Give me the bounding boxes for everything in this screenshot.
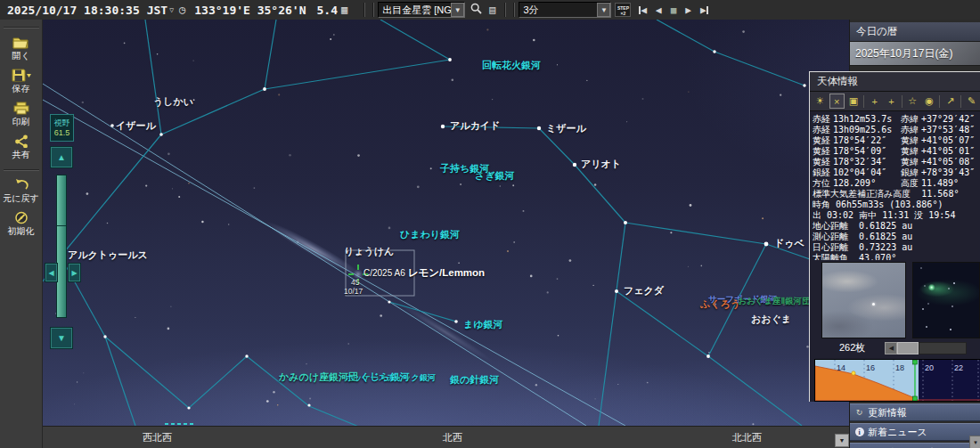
sky-object-label[interactable]: おおぐま [751, 313, 791, 326]
zoom-out-button[interactable]: ▼ [50, 327, 73, 349]
skip-end-button[interactable]: ▶ [700, 4, 708, 16]
info-circle-icon: i [854, 428, 864, 437]
object-info-header[interactable]: 天体情報 [810, 72, 980, 92]
skip-start-button[interactable]: ◀ [639, 4, 647, 16]
step-multiplier: ×2 [616, 11, 630, 16]
sky-object-label[interactable]: 子持ち銀河 [440, 162, 489, 175]
svg-text:14: 14 [837, 363, 845, 372]
pointer-icon[interactable]: ↗ [943, 94, 958, 109]
clock-icon[interactable]: ◷ [179, 4, 185, 16]
object-info-title: 天体情報 [817, 75, 858, 88]
sky-object-label[interactable]: 回転花火銀河 [482, 59, 541, 72]
undo-button[interactable]: 元に戻す [3, 178, 38, 205]
save-label: 保存 [12, 83, 30, 95]
scroll-thumb[interactable] [897, 342, 919, 354]
search-icon[interactable] [470, 3, 482, 17]
coordinate-rows: 赤経13h12m53.7s赤緯+37°29′42″赤経13h09m25.6s赤緯… [810, 111, 980, 189]
catalog-icon[interactable]: ▣ [846, 94, 862, 109]
coordinate-row: 赤経13h12m53.7s赤緯+37°29′42″ [813, 114, 977, 125]
photo-thumbnail-clouds[interactable] [821, 262, 906, 338]
sky-object-label[interactable]: りょうけん [344, 245, 394, 258]
print-label: 印刷 [12, 116, 30, 128]
left-sidebar: 開く 保存 印刷 共有 元に戻す [0, 20, 43, 448]
play-forward-button[interactable]: ▶ [685, 4, 691, 16]
open-button[interactable]: 開く [12, 36, 29, 62]
panel-row-update-info[interactable]: ↻更新情報 [850, 403, 980, 421]
toolbar-separator [960, 95, 961, 108]
sky-object-label[interactable]: ドゥベ [774, 237, 804, 250]
sky-object-label[interactable]: イザール [116, 119, 156, 133]
pan-left-button[interactable]: ◀ [45, 263, 58, 282]
sky-object-label[interactable]: アルカイド [450, 119, 500, 133]
sky-object-label[interactable]: ミザール [546, 122, 586, 135]
object-combo-dropdown[interactable]: ▼ [451, 3, 464, 17]
magnitude-limit[interactable]: 5.4 [317, 4, 338, 17]
share-button[interactable]: 共有 [12, 134, 30, 161]
scroll-corner-button[interactable]: ▾ [969, 436, 980, 448]
sky-object-label[interactable]: まゆ銀河 [463, 318, 503, 331]
time-step-dropdown[interactable]: ▼ [597, 3, 610, 17]
horizon-strip: 西北西北西北北西 [43, 426, 849, 448]
toolbar-separator [363, 3, 365, 17]
save-button[interactable]: 保存 [12, 69, 31, 95]
sky-object-label[interactable]: アルクトゥールス [68, 248, 148, 262]
sky-object-label[interactable]: ふくろう [700, 297, 740, 311]
svg-text:20: 20 [925, 363, 934, 372]
scroll-track[interactable] [919, 342, 967, 354]
sun-icon[interactable]: ☀ [813, 94, 828, 109]
crosshair-lock-icon[interactable]: + [884, 94, 899, 109]
panel-row-custom-control[interactable]: ▦カスタムコントロール [850, 443, 980, 448]
reset-button[interactable]: 初期化 [8, 211, 35, 238]
time-step-combo[interactable]: 3分 ▼ [519, 2, 611, 18]
sky-object-label[interactable]: フェクダ [624, 284, 664, 297]
today-date-text: 2025年10月17日(金) [855, 46, 952, 61]
stop-button[interactable]: ■ [671, 4, 677, 16]
photo-scrollbar[interactable]: ◀ [885, 342, 967, 354]
list-view-icon[interactable]: ▤ [489, 4, 495, 16]
zoom-slider-track[interactable] [56, 175, 67, 318]
today-date[interactable]: 2025年10月17日(金) [850, 42, 980, 66]
sky-object-label[interactable]: 銀の針銀河 [450, 373, 499, 387]
keypad-icon[interactable]: ▦ [341, 4, 347, 16]
step-multiplier-button[interactable]: STEP ×2 [615, 3, 631, 17]
print-icon [13, 102, 29, 115]
print-button[interactable]: 印刷 [12, 102, 30, 128]
undo-label: 元に戻す [3, 192, 38, 205]
planetarium-app: 2025/10/17 18:30:35 JST ▽ ◷ 133°19'E 35°… [0, 0, 980, 448]
timezone-dropdown-icon[interactable]: ▽ [169, 6, 174, 14]
panel-row-news[interactable]: i新着ニュース [850, 423, 980, 441]
crosshair-icon[interactable]: + [867, 94, 882, 109]
compass-direction-label: 西北西 [143, 431, 172, 444]
pan-right-button[interactable]: ▶ [68, 263, 81, 282]
photo-thumbnail-comet[interactable] [912, 262, 980, 338]
detail-rows: 標準大気差補正済み高度 11.568° 時角 06h55m33s (103.88… [810, 189, 980, 260]
timezone-display[interactable]: JST [147, 4, 167, 17]
pencil-icon[interactable]: ✎ [964, 94, 979, 109]
coordinate-row: 黄経178°32′34″黄緯+41°05′08″ [813, 157, 977, 167]
star-hide-icon[interactable]: ☆ [905, 94, 920, 109]
open-label: 開く [12, 50, 29, 62]
top-toolbar: 2025/10/17 18:30:35 JST ▽ ◷ 133°19'E 35°… [0, 0, 980, 20]
object-search-combo[interactable]: 出目金星雲 [NG ▼ [378, 2, 465, 18]
datetime-display[interactable]: 2025/10/17 18:30:35 [7, 4, 140, 17]
comet-label[interactable]: C/2025 A6レモン/Lemmon [363, 264, 485, 280]
sky-object-label[interactable]: アリオト [581, 158, 621, 171]
altitude-timeline[interactable]: 14161820220 [814, 359, 980, 402]
comet-path-date-tick: 45 [351, 278, 359, 287]
sky-object-label[interactable]: おおぐま座Ⅱ銀河団 [738, 296, 811, 307]
compass-direction-label: 北北西 [732, 431, 762, 444]
scroll-left-button[interactable]: ◀ [885, 342, 897, 354]
photo-thumbnails [810, 260, 980, 340]
step-back-button[interactable]: ◀ [656, 4, 662, 16]
zoom-in-button[interactable]: ▲ [50, 146, 73, 168]
globe-icon[interactable]: ◉ [922, 94, 937, 109]
panel-collapse-button[interactable]: ▼ [835, 434, 849, 447]
location-display[interactable]: 133°19'E 35°26'N [194, 4, 306, 17]
sky-object-label[interactable]: ひまわり銀河 [400, 228, 460, 241]
comet-designation: C/2025 A6 [363, 268, 405, 278]
sky-object-label[interactable]: くじら銀河 [360, 371, 410, 384]
deselect-icon[interactable]: × [829, 94, 845, 109]
sky-object-label[interactable]: うしかい [153, 95, 193, 109]
today-panel-header[interactable]: 今日の暦 [850, 22, 980, 42]
coordinate-row: 黄経178°54′09″黄緯+41°05′01″ [813, 146, 977, 157]
